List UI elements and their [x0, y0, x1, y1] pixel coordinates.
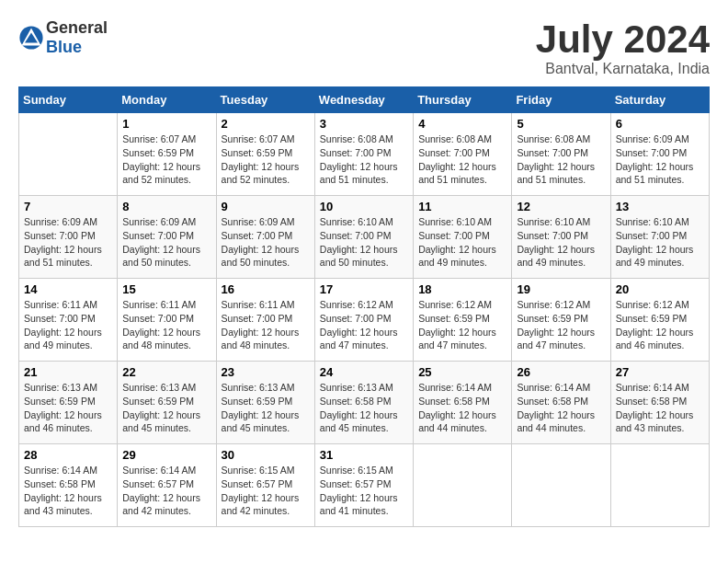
- day-info: Sunrise: 6:14 AM Sunset: 6:58 PM Dayligh…: [517, 381, 605, 435]
- calendar-cell: 28Sunrise: 6:14 AM Sunset: 6:58 PM Dayli…: [19, 444, 118, 527]
- calendar-cell: 5Sunrise: 6:08 AM Sunset: 7:00 PM Daylig…: [512, 113, 610, 196]
- day-number: 8: [122, 200, 210, 213]
- logo-icon: [18, 25, 44, 51]
- day-info: Sunrise: 6:10 AM Sunset: 7:00 PM Dayligh…: [517, 215, 605, 270]
- day-info: Sunrise: 6:14 AM Sunset: 6:58 PM Dayligh…: [418, 381, 506, 435]
- day-number: 1: [122, 117, 210, 131]
- day-number: 19: [517, 282, 605, 296]
- calendar-cell: 29Sunrise: 6:14 AM Sunset: 6:57 PM Dayli…: [118, 444, 216, 527]
- calendar-cell: 19Sunrise: 6:12 AM Sunset: 6:59 PM Dayli…: [512, 279, 610, 362]
- day-number: 20: [616, 282, 704, 296]
- week-row-4: 21Sunrise: 6:13 AM Sunset: 6:59 PM Dayli…: [19, 362, 710, 444]
- column-header-thursday: Thursday: [414, 87, 512, 113]
- calendar-cell: 4Sunrise: 6:08 AM Sunset: 7:00 PM Daylig…: [414, 113, 512, 196]
- calendar-header-row: SundayMondayTuesdayWednesdayThursdayFrid…: [19, 87, 710, 113]
- day-number: 31: [320, 448, 408, 462]
- day-info: Sunrise: 6:13 AM Sunset: 6:59 PM Dayligh…: [122, 381, 210, 435]
- week-row-5: 28Sunrise: 6:14 AM Sunset: 6:58 PM Dayli…: [19, 444, 710, 527]
- calendar-cell: 22Sunrise: 6:13 AM Sunset: 6:59 PM Dayli…: [118, 362, 216, 444]
- logo-general: General: [46, 18, 108, 37]
- day-info: Sunrise: 6:12 AM Sunset: 6:59 PM Dayligh…: [418, 298, 506, 352]
- calendar-cell: 25Sunrise: 6:14 AM Sunset: 6:58 PM Dayli…: [414, 362, 512, 444]
- day-number: 17: [320, 282, 408, 296]
- calendar-cell: 16Sunrise: 6:11 AM Sunset: 7:00 PM Dayli…: [216, 279, 314, 362]
- day-info: Sunrise: 6:14 AM Sunset: 6:58 PM Dayligh…: [24, 464, 112, 518]
- week-row-3: 14Sunrise: 6:11 AM Sunset: 7:00 PM Dayli…: [19, 279, 710, 362]
- day-number: 29: [122, 448, 210, 462]
- calendar-cell: 3Sunrise: 6:08 AM Sunset: 7:00 PM Daylig…: [314, 113, 413, 196]
- day-number: 11: [418, 200, 506, 213]
- calendar-cell: 20Sunrise: 6:12 AM Sunset: 6:59 PM Dayli…: [610, 279, 709, 362]
- calendar-cell: 26Sunrise: 6:14 AM Sunset: 6:58 PM Dayli…: [512, 362, 610, 444]
- calendar-cell: 30Sunrise: 6:15 AM Sunset: 6:57 PM Dayli…: [216, 444, 314, 527]
- calendar-cell: 12Sunrise: 6:10 AM Sunset: 7:00 PM Dayli…: [512, 196, 610, 279]
- day-number: 14: [24, 282, 112, 296]
- calendar-cell: 10Sunrise: 6:10 AM Sunset: 7:00 PM Dayli…: [314, 196, 413, 279]
- day-number: 28: [24, 448, 112, 462]
- logo-blue: Blue: [46, 38, 82, 56]
- day-number: 13: [616, 200, 704, 213]
- day-info: Sunrise: 6:10 AM Sunset: 7:00 PM Dayligh…: [418, 215, 506, 270]
- day-number: 21: [24, 365, 112, 379]
- day-info: Sunrise: 6:09 AM Sunset: 7:00 PM Dayligh…: [222, 215, 310, 270]
- column-header-sunday: Sunday: [19, 87, 118, 113]
- day-number: 30: [222, 448, 310, 462]
- column-header-friday: Friday: [512, 87, 610, 113]
- week-row-1: 1Sunrise: 6:07 AM Sunset: 6:59 PM Daylig…: [19, 113, 710, 196]
- calendar-cell: 23Sunrise: 6:13 AM Sunset: 6:59 PM Dayli…: [216, 362, 314, 444]
- day-number: 9: [222, 200, 310, 213]
- week-row-2: 7Sunrise: 6:09 AM Sunset: 7:00 PM Daylig…: [19, 196, 710, 279]
- day-info: Sunrise: 6:07 AM Sunset: 6:59 PM Dayligh…: [222, 132, 310, 187]
- day-info: Sunrise: 6:13 AM Sunset: 6:59 PM Dayligh…: [24, 381, 112, 435]
- day-info: Sunrise: 6:12 AM Sunset: 6:59 PM Dayligh…: [517, 298, 605, 352]
- calendar-cell: 21Sunrise: 6:13 AM Sunset: 6:59 PM Dayli…: [19, 362, 118, 444]
- calendar-cell: 2Sunrise: 6:07 AM Sunset: 6:59 PM Daylig…: [216, 113, 314, 196]
- subtitle: Bantval, Karnataka, India: [536, 61, 710, 77]
- calendar-cell: 9Sunrise: 6:09 AM Sunset: 7:00 PM Daylig…: [216, 196, 314, 279]
- day-number: 10: [320, 200, 408, 213]
- day-number: 18: [418, 282, 506, 296]
- day-number: 24: [320, 365, 408, 379]
- day-number: 22: [122, 365, 210, 379]
- calendar-table: SundayMondayTuesdayWednesdayThursdayFrid…: [18, 86, 710, 527]
- day-info: Sunrise: 6:11 AM Sunset: 7:00 PM Dayligh…: [24, 298, 112, 352]
- calendar-cell: 11Sunrise: 6:10 AM Sunset: 7:00 PM Dayli…: [414, 196, 512, 279]
- calendar-cell: [512, 444, 610, 527]
- day-info: Sunrise: 6:08 AM Sunset: 7:00 PM Dayligh…: [517, 132, 605, 187]
- calendar-cell: 31Sunrise: 6:15 AM Sunset: 6:57 PM Dayli…: [314, 444, 413, 527]
- column-header-tuesday: Tuesday: [216, 87, 314, 113]
- calendar-cell: 8Sunrise: 6:09 AM Sunset: 7:00 PM Daylig…: [118, 196, 216, 279]
- day-number: 15: [122, 282, 210, 296]
- day-info: Sunrise: 6:09 AM Sunset: 7:00 PM Dayligh…: [122, 215, 210, 270]
- day-info: Sunrise: 6:08 AM Sunset: 7:00 PM Dayligh…: [320, 132, 408, 187]
- main-title: July 2024: [536, 18, 710, 61]
- day-info: Sunrise: 6:12 AM Sunset: 6:59 PM Dayligh…: [616, 298, 704, 352]
- day-info: Sunrise: 6:13 AM Sunset: 6:59 PM Dayligh…: [222, 381, 310, 435]
- calendar-cell: [19, 113, 118, 196]
- column-header-wednesday: Wednesday: [314, 87, 413, 113]
- day-number: 6: [616, 117, 704, 131]
- day-number: 5: [517, 117, 605, 131]
- day-number: 16: [222, 282, 310, 296]
- logo: General Blue: [18, 18, 108, 57]
- day-info: Sunrise: 6:14 AM Sunset: 6:57 PM Dayligh…: [122, 464, 210, 518]
- calendar-cell: 24Sunrise: 6:13 AM Sunset: 6:58 PM Dayli…: [314, 362, 413, 444]
- title-area: July 2024 Bantval, Karnataka, India: [536, 18, 710, 77]
- day-info: Sunrise: 6:11 AM Sunset: 7:00 PM Dayligh…: [122, 298, 210, 352]
- day-number: 3: [320, 117, 408, 131]
- day-info: Sunrise: 6:13 AM Sunset: 6:58 PM Dayligh…: [320, 381, 408, 435]
- calendar-cell: 17Sunrise: 6:12 AM Sunset: 7:00 PM Dayli…: [314, 279, 413, 362]
- day-info: Sunrise: 6:09 AM Sunset: 7:00 PM Dayligh…: [24, 215, 112, 270]
- calendar-cell: 18Sunrise: 6:12 AM Sunset: 6:59 PM Dayli…: [414, 279, 512, 362]
- day-number: 2: [222, 117, 310, 131]
- day-number: 12: [517, 200, 605, 213]
- column-header-saturday: Saturday: [610, 87, 709, 113]
- day-info: Sunrise: 6:11 AM Sunset: 7:00 PM Dayligh…: [222, 298, 310, 352]
- day-info: Sunrise: 6:07 AM Sunset: 6:59 PM Dayligh…: [122, 132, 210, 187]
- day-number: 23: [222, 365, 310, 379]
- day-info: Sunrise: 6:10 AM Sunset: 7:00 PM Dayligh…: [616, 215, 704, 270]
- day-info: Sunrise: 6:08 AM Sunset: 7:00 PM Dayligh…: [418, 132, 506, 187]
- day-number: 7: [24, 200, 112, 213]
- calendar-cell: 6Sunrise: 6:09 AM Sunset: 7:00 PM Daylig…: [610, 113, 709, 196]
- day-info: Sunrise: 6:09 AM Sunset: 7:00 PM Dayligh…: [616, 132, 704, 187]
